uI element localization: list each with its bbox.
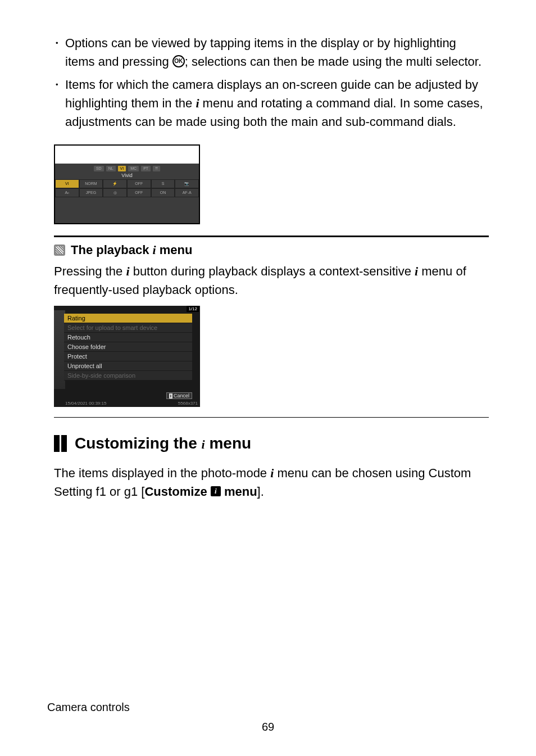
- playback-menu-item: Retouch: [64, 333, 192, 342]
- display-cell: ON: [151, 188, 175, 197]
- playback-menu-item: Choose folder: [64, 342, 192, 352]
- display-cell-highlighted: VI: [55, 179, 79, 188]
- display-tab: NL: [106, 166, 116, 171]
- display-top-blank: [55, 146, 199, 164]
- display-cell: OFF: [127, 188, 151, 197]
- body-text: Pressing the: [54, 264, 126, 278]
- subsection-title: The playback i menu: [71, 243, 192, 257]
- playback-menu-list: Rating Select for upload to smart device…: [64, 314, 192, 381]
- page-footer: Camera controls 69: [47, 701, 489, 734]
- body-text: ].: [257, 485, 264, 499]
- i-menu-box-icon: i: [211, 486, 221, 496]
- camera-display-shooting: SD NL VI MC PT ⠿ Vivid VI NORM ⚡ OFF S 📷…: [54, 144, 200, 224]
- section-body: The items displayed in the photo-mode i …: [54, 464, 489, 501]
- bullet-text: ; selections can then be made using the …: [185, 55, 482, 69]
- bullet-list: Options can be viewed by tapping items i…: [54, 34, 489, 131]
- display-cell: S: [151, 179, 175, 188]
- body-text: The items displayed in the photo-mode: [54, 466, 270, 480]
- playback-menu-item-highlighted: Rating: [64, 314, 192, 323]
- i-box-icon: i: [169, 393, 172, 399]
- display-cell: A₀: [55, 188, 79, 197]
- section-header: Customizing the i menu: [54, 434, 489, 452]
- display-cell: JPEG: [79, 188, 103, 197]
- playback-thumbnail: [54, 310, 65, 389]
- display-cell: NORM: [79, 179, 103, 188]
- title-text: menu: [205, 434, 251, 452]
- playback-dimensions: 5568x371: [178, 401, 198, 406]
- divider: [54, 236, 489, 237]
- page-number: 69: [47, 721, 489, 734]
- display-cell: ◎: [103, 188, 127, 197]
- display-picture-control-label: Vivid: [55, 171, 199, 179]
- section-marker-icon: [54, 435, 67, 452]
- playback-menu-item-disabled: Select for upload to smart device: [64, 323, 192, 333]
- divider: [54, 417, 489, 418]
- note-icon: [54, 245, 65, 256]
- body-strong: menu: [221, 485, 257, 499]
- display-tab-active: VI: [118, 166, 126, 171]
- camera-display-playback-menu: 1/12 Rating Select for upload to smart d…: [54, 306, 200, 407]
- display-tab: MC: [128, 166, 139, 171]
- display-tabs: SD NL VI MC PT ⠿: [55, 164, 199, 171]
- ok-icon: OK: [172, 55, 185, 67]
- playback-footer: 15/04/2021 00:39:15 5568x371: [54, 401, 200, 407]
- bullet-item-2: Items for which the camera displays an o…: [54, 75, 489, 131]
- display-cell: 📷: [175, 179, 199, 188]
- subsection-body: Pressing the i button during playback di…: [54, 262, 489, 299]
- display-tab: SD: [94, 166, 104, 171]
- playback-timestamp: 15/04/2021 00:39:15: [65, 401, 106, 406]
- playback-menu-item: Unprotect all: [64, 361, 192, 371]
- subsection-header: The playback i menu: [54, 243, 489, 257]
- playback-menu-item: Protect: [64, 352, 192, 361]
- body-strong: Customize: [144, 485, 210, 499]
- title-text: Customizing the: [75, 434, 202, 452]
- playback-counter: 1/12: [187, 306, 199, 312]
- bullet-item-1: Options can be viewed by tapping items i…: [54, 34, 489, 71]
- title-text: menu: [156, 243, 193, 257]
- playback-menu-item-disabled: Side-by-side comparison: [64, 371, 192, 381]
- playback-cancel-button: iCancel: [166, 392, 192, 399]
- title-text: The playback: [71, 243, 153, 257]
- display-cell: OFF: [127, 179, 151, 188]
- section-title: Customizing the i menu: [75, 434, 251, 452]
- footer-section-label: Camera controls: [47, 701, 489, 714]
- cancel-label: Cancel: [174, 393, 189, 399]
- display-cell: ⚡: [103, 179, 127, 188]
- body-text: button during playback displays a contex…: [130, 264, 415, 278]
- display-tab: PT: [141, 166, 151, 171]
- display-tab: ⠿: [153, 166, 160, 171]
- display-cell: AF-A: [175, 188, 199, 197]
- display-grid: VI NORM ⚡ OFF S 📷 A₀ JPEG ◎ OFF ON AF-A: [55, 179, 199, 197]
